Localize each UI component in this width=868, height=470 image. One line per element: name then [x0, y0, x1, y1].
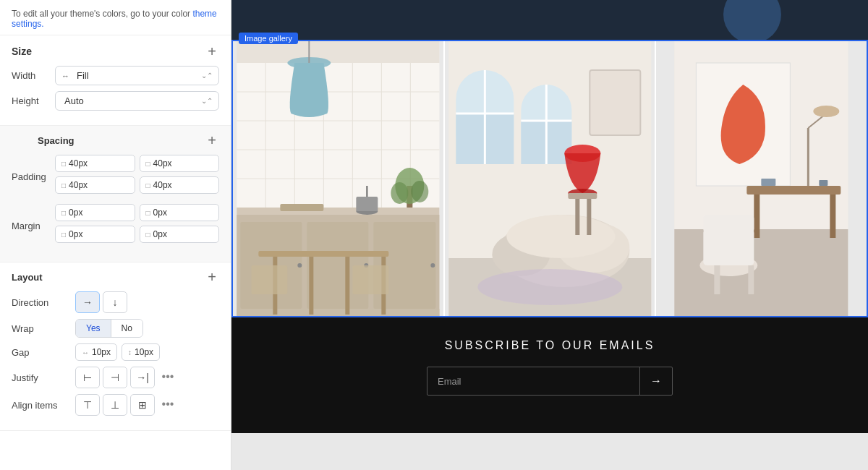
gap-vertical-input[interactable]: ↕ 10px: [122, 343, 160, 361]
svg-rect-31: [345, 257, 349, 315]
size-add-button[interactable]: +: [205, 44, 219, 59]
gap-horizontal-input[interactable]: ↔ 10px: [75, 343, 117, 361]
margin-label: Margin: [12, 221, 55, 231]
padding-top-left-input[interactable]: □ 40px: [55, 155, 135, 172]
margin-bottom-left-input[interactable]: □ 0px: [55, 226, 135, 243]
email-form: →: [427, 367, 673, 396]
justify-more-button[interactable]: •••: [158, 367, 178, 387]
justify-label: Justify: [12, 372, 69, 383]
svg-rect-67: [747, 186, 841, 195]
email-submit-button[interactable]: →: [639, 367, 672, 395]
align-items-more-button[interactable]: •••: [158, 394, 178, 414]
svg-rect-66: [675, 229, 848, 316]
svg-rect-57: [587, 199, 591, 235]
margin-top-right-value: 0px: [153, 208, 167, 218]
margin-row: Margin □ 0px □ 0px □ 0px: [12, 204, 219, 247]
margin-bottom-right-input[interactable]: □ 0px: [140, 226, 220, 243]
padding-bottom-right-value: 40px: [153, 180, 172, 190]
gap-row: Gap ↔ 10px ↕ 10px: [12, 343, 219, 361]
svg-rect-68: [754, 195, 760, 238]
layout-title: Layout: [12, 272, 43, 283]
padding-label: Padding: [12, 171, 55, 182]
align-items-end-button[interactable]: ⊞: [130, 394, 155, 416]
margin-bottomright-icon: □: [146, 231, 150, 239]
svg-rect-33: [251, 265, 287, 294]
svg-rect-27: [237, 309, 439, 316]
align-items-buttons: ⊤ ⊥ ⊞ •••: [75, 394, 178, 416]
gallery-images: [233, 41, 867, 316]
justify-end-button[interactable]: →|: [130, 367, 155, 388]
svg-rect-69: [830, 195, 836, 238]
size-header: Size +: [12, 44, 219, 59]
gallery-image-art: [655, 41, 867, 316]
padding-bottomright-icon: □: [146, 181, 150, 189]
spacing-section: Spacing + Padding □ 40px □ 40px: [0, 126, 231, 262]
gallery-top-strip: [231, 0, 868, 40]
margin-top-left-value: 0px: [69, 208, 82, 218]
layout-add-button[interactable]: +: [205, 270, 219, 284]
padding-top-left-value: 40px: [69, 158, 88, 168]
padding-row: Padding □ 40px □ 40px □ 40px: [12, 155, 219, 198]
padding-bottom-left-input[interactable]: □ 40px: [55, 176, 135, 194]
wrap-no-button[interactable]: No: [111, 320, 142, 337]
subscribe-title: SUBSCRIBE TO OUR EMAILS: [246, 339, 854, 352]
size-title: Size: [12, 46, 32, 57]
right-panel: Image gallery: [231, 0, 868, 470]
svg-rect-24: [356, 197, 378, 211]
padding-topleft-icon: □: [61, 160, 66, 168]
size-section: Size + Width ↔ Fill ⌄⌃ Height Auto ⌄⌃: [0, 35, 231, 126]
direction-row: Direction → ↓: [12, 291, 219, 313]
svg-point-52: [506, 215, 615, 258]
height-chevron-icon: ⌄⌃: [201, 97, 213, 105]
wrap-yes-button[interactable]: Yes: [76, 320, 111, 337]
gap-vertical-value: 10px: [135, 347, 153, 357]
padding-top-right-value: 40px: [153, 158, 172, 168]
gallery-tag: Image gallery: [239, 33, 298, 44]
svg-point-38: [411, 181, 428, 202]
layout-header: Layout +: [12, 270, 219, 284]
svg-rect-73: [749, 265, 754, 294]
direction-label: Direction: [12, 297, 69, 308]
align-items-center-button[interactable]: ⊥: [103, 394, 127, 416]
svg-rect-55: [568, 193, 597, 199]
margin-top-row: □ 0px □ 0px: [55, 204, 219, 221]
padding-bottom-left-value: 40px: [69, 180, 88, 190]
svg-rect-59: [590, 70, 640, 135]
gap-inputs: ↔ 10px ↕ 10px: [75, 343, 160, 361]
margin-topright-icon: □: [146, 209, 150, 217]
height-select[interactable]: Auto ⌄⌃: [55, 91, 219, 111]
svg-point-65: [814, 106, 840, 117]
direction-horizontal-button[interactable]: →: [75, 291, 100, 313]
svg-point-58: [477, 269, 622, 305]
padding-inputs: □ 40px □ 40px □ 40px □ 40px: [55, 155, 219, 198]
left-panel: To edit all your theme's colors, go to y…: [0, 0, 231, 470]
height-label: Height: [12, 95, 55, 106]
wrap-row: Wrap Yes No: [12, 319, 219, 338]
padding-top-right-input[interactable]: □ 40px: [140, 155, 220, 172]
margin-top-right-input[interactable]: □ 0px: [140, 204, 220, 221]
svg-point-18: [297, 263, 302, 268]
email-input[interactable]: [427, 367, 639, 395]
svg-point-37: [391, 182, 408, 204]
wrap-label: Wrap: [12, 323, 69, 334]
svg-rect-74: [704, 215, 754, 233]
padding-bottom-right-input[interactable]: □ 40px: [140, 176, 220, 194]
margin-top-left-input[interactable]: □ 0px: [55, 204, 135, 221]
height-value: Auto: [64, 95, 201, 106]
direction-vertical-button[interactable]: ↓: [103, 291, 127, 313]
align-items-label: Align items: [12, 400, 69, 411]
spacing-add-button[interactable]: +: [205, 133, 219, 148]
margin-bottom-row: □ 0px □ 0px: [55, 226, 219, 243]
width-select[interactable]: ↔ Fill ⌄⌃: [55, 66, 219, 85]
justify-start-button[interactable]: ⊢: [75, 367, 100, 388]
align-items-start-button[interactable]: ⊤: [75, 394, 100, 416]
gallery-image-living: [443, 41, 655, 316]
margin-bottom-left-value: 0px: [69, 229, 82, 239]
justify-center-button[interactable]: ⊣: [103, 367, 127, 388]
padding-bottom-row: □ 40px □ 40px: [55, 176, 219, 194]
margin-bottomleft-icon: □: [61, 231, 66, 239]
gap-v-icon: ↕: [128, 349, 132, 356]
margin-inputs: □ 0px □ 0px □ 0px □ 0px: [55, 204, 219, 247]
width-row: Width ↔ Fill ⌄⌃: [12, 66, 219, 85]
svg-rect-28: [258, 251, 388, 257]
